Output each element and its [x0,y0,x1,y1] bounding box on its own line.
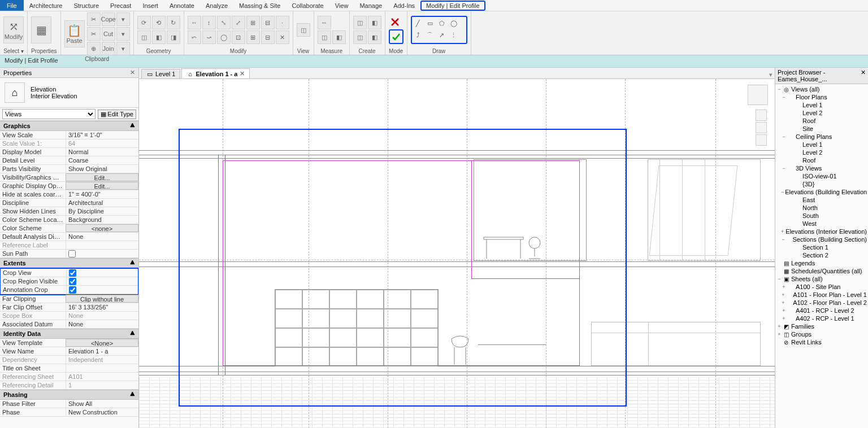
cancel-edit-button[interactable] [389,16,401,28]
property-row[interactable]: Default Analysis Display ...None [0,233,138,241]
tree-item[interactable]: Roof [775,156,868,164]
property-category[interactable]: Graphics⯅ [0,121,138,131]
tree-item[interactable]: {3D} [775,180,868,188]
tree-item[interactable]: +A101 - Floor Plan - Level 1 [775,291,868,299]
property-value[interactable] [66,250,138,257]
property-row[interactable]: Referencing Detail1 [0,381,138,390]
property-row[interactable]: View Scale3/16" = 1'-0" [0,131,138,139]
ribbon-button[interactable]: ⟲ [152,16,166,29]
ribbon-button[interactable]: ◫ [353,16,367,29]
close-icon[interactable]: ✕ [130,69,135,76]
tree-item[interactable]: Section 1 [775,243,868,251]
property-value[interactable]: Edit... [66,173,138,181]
tree-item[interactable]: +Elevations (Interior Elevation) [775,228,868,235]
ribbon-button[interactable]: ↕ [202,16,216,29]
close-tab-icon[interactable]: ✕ [240,70,245,77]
property-value[interactable] [66,364,138,372]
ribbon-button[interactable]: ⤡ [217,16,231,29]
tree-item[interactable]: ⊘Revit Links [775,338,868,346]
property-row[interactable]: Detail LevelCoarse [0,156,138,165]
tree-item[interactable]: +A102 - Floor Plan - Level 2 [775,299,868,307]
property-row[interactable]: Scale Value 1:64 [0,139,138,148]
type-selector[interactable]: ⌂ Elevation Interior Elevation [0,78,138,108]
property-value[interactable] [66,241,138,249]
property-value[interactable]: 16' 3 133/256" [66,303,138,311]
ribbon-button[interactable]: ◧ [368,16,381,29]
property-category[interactable]: Extents⯅ [0,258,138,268]
tree-item[interactable]: Site [775,125,868,133]
property-row[interactable]: DisciplineArchitectural [0,199,138,207]
tree-item[interactable]: +A402 - RCP - Level 1 [775,315,868,322]
menu-tab[interactable]: View [329,1,354,11]
tree-expander-icon[interactable]: + [781,284,787,290]
property-value[interactable]: None [66,312,138,320]
ribbon-button[interactable]: 📋Paste [64,20,85,47]
property-category[interactable]: Phasing⯅ [0,390,138,400]
ribbon-button[interactable]: ◧ [332,30,346,44]
menu-tab[interactable]: Modify | Edit Profile [420,1,485,11]
property-value[interactable]: Background [66,216,138,224]
property-row[interactable]: Far Clip Offset16' 3 133/256" [0,303,138,312]
drawing-canvas[interactable] [139,79,775,428]
property-row[interactable]: Crop Region Visible [1,277,138,286]
ribbon-button[interactable]: ◫ [353,30,367,44]
tree-item[interactable]: −Sections (Building Section) [775,235,868,243]
draw-tool-icon[interactable]: ⬠ [437,18,447,28]
draw-tool-icon[interactable]: ⋮ [449,30,459,40]
menu-tab[interactable]: Analyze [200,1,233,11]
draw-tool-icon[interactable]: ╱ [413,18,423,28]
tree-expander-icon[interactable]: − [781,165,787,171]
tree-item[interactable]: North [775,204,868,212]
property-row[interactable]: Annotation Crop [1,286,138,294]
property-value[interactable]: 64 [66,139,138,147]
ribbon-button[interactable]: Join [102,42,115,55]
view-cube[interactable] [748,85,768,105]
ribbon-button[interactable]: ⊞ [246,16,260,29]
property-value[interactable] [66,277,138,285]
property-row[interactable]: DependencyIndependent [0,356,138,364]
property-value[interactable]: Edit... [66,182,138,190]
annotation-crop[interactable] [179,129,627,407]
property-row[interactable]: Associated DatumNone [0,320,138,329]
ribbon-button[interactable]: · [276,16,289,29]
tree-expander-icon[interactable]: − [781,134,787,139]
ribbon-button[interactable]: ▾ [116,27,130,41]
property-value[interactable]: <none> [66,224,138,232]
tree-item[interactable]: ISO-view-01 [775,172,868,180]
property-value[interactable]: New Construction [66,408,138,416]
property-value[interactable]: Independent [66,356,138,364]
ribbon-button[interactable]: ◧ [368,30,381,44]
ribbon-button[interactable]: ⊟ [261,30,275,44]
property-row[interactable]: Scope BoxNone [0,312,138,320]
close-icon[interactable]: ✕ [861,69,866,82]
menu-tab[interactable]: Annotate [164,1,200,11]
tree-item[interactable]: ▤Legends [775,259,868,267]
property-row[interactable]: Display ModelNormal [0,148,138,156]
menu-tab[interactable]: Collaborate [286,1,329,11]
property-row[interactable]: View NameElevation 1 - a [0,347,138,356]
ribbon-button[interactable]: ◯ [217,30,231,44]
ribbon-button[interactable]: ✂ [87,12,101,26]
property-row[interactable]: Referencing SheetA101 [0,373,138,381]
property-value[interactable] [66,269,138,277]
ribbon-button[interactable]: Cope [102,12,115,26]
ribbon-button[interactable]: ↔ [318,16,331,29]
property-value[interactable]: By Discipline [66,207,138,215]
ribbon-button[interactable]: ⊞ [246,30,260,44]
property-row[interactable]: Visibility/Graphics Overr...Edit... [0,173,138,182]
property-value[interactable]: A101 [66,373,138,381]
ribbon-button[interactable]: Cut [102,27,115,41]
tree-expander-icon[interactable]: + [776,331,782,337]
ribbon-button[interactable]: ⤺ [188,30,201,44]
tree-item[interactable]: +◫Groups [775,330,868,338]
ribbon-button[interactable]: ⟳ [137,16,151,29]
property-value[interactable]: <None> [66,339,138,347]
ribbon-button[interactable]: ⤱Modify [3,16,24,43]
ribbon-button[interactable]: ◫ [297,23,310,37]
draw-tool-icon[interactable]: ◯ [449,18,459,28]
tree-item[interactable]: West [775,220,868,228]
tree-item[interactable]: East [775,196,868,204]
draw-tool-icon[interactable]: ▭ [425,18,435,28]
ribbon-button[interactable]: ◫ [318,30,331,44]
property-row[interactable]: Crop View [1,269,138,277]
